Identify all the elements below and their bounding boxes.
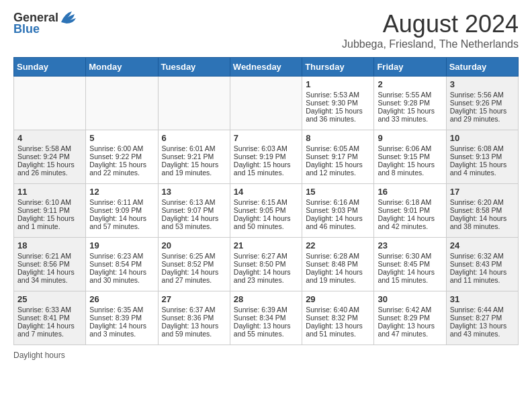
day-number: 17 xyxy=(450,187,515,197)
table-row: 22Sunrise: 6:28 AMSunset: 8:48 PMDayligh… xyxy=(302,238,374,291)
table-row: 23Sunrise: 6:30 AMSunset: 8:45 PMDayligh… xyxy=(374,238,446,291)
sunset-text: Sunset: 9:03 PM xyxy=(306,206,370,214)
table-row: 11Sunrise: 6:10 AMSunset: 9:11 PMDayligh… xyxy=(14,184,86,238)
sunrise-text: Sunrise: 6:00 AM xyxy=(89,144,154,152)
sunset-text: Sunset: 8:50 PM xyxy=(234,260,298,268)
daylight-text: Daylight: 14 hours and 7 minutes. xyxy=(17,322,82,338)
sunrise-text: Sunrise: 5:58 AM xyxy=(17,144,82,152)
calendar-week-5: 25Sunrise: 6:33 AMSunset: 8:41 PMDayligh… xyxy=(14,291,519,345)
table-row: 30Sunrise: 6:42 AMSunset: 8:29 PMDayligh… xyxy=(374,291,446,345)
day-number: 16 xyxy=(378,187,442,197)
day-number: 7 xyxy=(234,133,298,143)
sunrise-text: Sunrise: 5:55 AM xyxy=(378,91,442,99)
day-number: 15 xyxy=(306,187,370,197)
sunrise-text: Sunrise: 6:40 AM xyxy=(306,306,370,314)
table-row: 10Sunrise: 6:08 AMSunset: 9:13 PMDayligh… xyxy=(446,130,518,184)
table-row xyxy=(86,77,158,130)
table-row: 13Sunrise: 6:13 AMSunset: 9:07 PMDayligh… xyxy=(158,184,230,238)
daylight-text: Daylight: 13 hours and 43 minutes. xyxy=(450,322,515,338)
table-row: 17Sunrise: 6:20 AMSunset: 8:58 PMDayligh… xyxy=(446,184,518,238)
day-number: 1 xyxy=(306,79,370,89)
sunset-text: Sunset: 8:52 PM xyxy=(162,260,226,268)
sunset-text: Sunset: 8:39 PM xyxy=(89,314,154,322)
daylight-text: Daylight: 15 hours and 36 minutes. xyxy=(306,107,370,123)
daylight-text: Daylight: 14 hours and 30 minutes. xyxy=(89,268,154,284)
day-number: 4 xyxy=(17,133,82,143)
sunrise-text: Sunrise: 6:35 AM xyxy=(89,306,154,314)
daylight-text: Daylight: 15 hours and 1 minute. xyxy=(17,214,82,230)
table-row xyxy=(14,77,86,130)
daylight-text: Daylight: 14 hours and 46 minutes. xyxy=(306,214,370,230)
col-wednesday: Wednesday xyxy=(230,58,302,77)
sunrise-text: Sunrise: 6:25 AM xyxy=(162,252,226,260)
sunset-text: Sunset: 9:09 PM xyxy=(89,206,154,214)
day-number: 9 xyxy=(378,133,442,143)
sunset-text: Sunset: 9:13 PM xyxy=(450,152,515,161)
table-row xyxy=(158,77,230,130)
sunset-text: Sunset: 9:19 PM xyxy=(234,152,298,161)
table-row: 2Sunrise: 5:55 AMSunset: 9:28 PMDaylight… xyxy=(374,77,446,130)
daylight-text: Daylight: 15 hours and 29 minutes. xyxy=(450,107,515,123)
daylight-text: Daylight: 13 hours and 59 minutes. xyxy=(162,322,226,338)
sunset-text: Sunset: 8:54 PM xyxy=(89,260,154,268)
daylight-text: Daylight: 15 hours and 19 minutes. xyxy=(162,161,226,177)
sunset-text: Sunset: 9:15 PM xyxy=(378,152,442,161)
sunrise-text: Sunrise: 5:56 AM xyxy=(450,91,515,99)
col-monday: Monday xyxy=(86,58,158,77)
sunset-text: Sunset: 9:01 PM xyxy=(378,206,442,214)
sunrise-text: Sunrise: 6:23 AM xyxy=(89,252,154,260)
sunset-text: Sunset: 9:07 PM xyxy=(162,206,226,214)
table-row: 29Sunrise: 6:40 AMSunset: 8:32 PMDayligh… xyxy=(302,291,374,345)
daylight-text: Daylight: 15 hours and 8 minutes. xyxy=(378,161,442,177)
daylight-text: Daylight: 14 hours and 50 minutes. xyxy=(234,214,298,230)
sunrise-text: Sunrise: 6:44 AM xyxy=(450,306,515,314)
day-number: 21 xyxy=(234,240,298,250)
sunrise-text: Sunrise: 6:21 AM xyxy=(17,252,82,260)
sunrise-text: Sunrise: 6:06 AM xyxy=(378,144,442,152)
day-number: 18 xyxy=(17,240,82,250)
sunrise-text: Sunrise: 6:05 AM xyxy=(306,144,370,152)
day-number: 27 xyxy=(162,294,226,304)
sunrise-text: Sunrise: 6:27 AM xyxy=(234,252,298,260)
logo: General Blue xyxy=(13,10,77,36)
day-number: 31 xyxy=(450,294,515,304)
daylight-text: Daylight: 14 hours and 42 minutes. xyxy=(378,214,442,230)
title-section: August 2024 Jubbega, Friesland, The Neth… xyxy=(342,10,519,50)
daylight-text: Daylight: 14 hours and 15 minutes. xyxy=(378,268,442,284)
table-row: 18Sunrise: 6:21 AMSunset: 8:56 PMDayligh… xyxy=(14,238,86,291)
table-row: 19Sunrise: 6:23 AMSunset: 8:54 PMDayligh… xyxy=(86,238,158,291)
main-title: August 2024 xyxy=(342,10,519,38)
table-row: 24Sunrise: 6:32 AMSunset: 8:43 PMDayligh… xyxy=(446,238,518,291)
sunset-text: Sunset: 9:22 PM xyxy=(89,152,154,161)
daylight-text: Daylight: 14 hours and 11 minutes. xyxy=(450,268,515,284)
calendar-week-1: 1Sunrise: 5:53 AMSunset: 9:30 PMDaylight… xyxy=(14,77,519,130)
day-number: 8 xyxy=(306,133,370,143)
sunrise-text: Sunrise: 6:16 AM xyxy=(306,198,370,206)
sunrise-text: Sunrise: 6:10 AM xyxy=(17,198,82,206)
day-number: 6 xyxy=(162,133,226,143)
day-number: 12 xyxy=(89,187,154,197)
table-row: 21Sunrise: 6:27 AMSunset: 8:50 PMDayligh… xyxy=(230,238,302,291)
sunset-text: Sunset: 8:29 PM xyxy=(378,314,442,322)
day-number: 24 xyxy=(450,240,515,250)
daylight-text: Daylight: 14 hours and 34 minutes. xyxy=(17,268,82,284)
sunset-text: Sunset: 8:45 PM xyxy=(378,260,442,268)
day-number: 5 xyxy=(89,133,154,143)
col-thursday: Thursday xyxy=(302,58,374,77)
daylight-text: Daylight: 14 hours and 3 minutes. xyxy=(89,322,154,338)
col-friday: Friday xyxy=(374,58,446,77)
table-row: 15Sunrise: 6:16 AMSunset: 9:03 PMDayligh… xyxy=(302,184,374,238)
sunrise-text: Sunrise: 6:39 AM xyxy=(234,306,298,314)
table-row: 1Sunrise: 5:53 AMSunset: 9:30 PMDaylight… xyxy=(302,77,374,130)
sunset-text: Sunset: 8:27 PM xyxy=(450,314,515,322)
calendar-week-3: 11Sunrise: 6:10 AMSunset: 9:11 PMDayligh… xyxy=(14,184,519,238)
footer: Daylight hours xyxy=(13,351,519,360)
daylight-text: Daylight: 13 hours and 55 minutes. xyxy=(234,322,298,338)
day-number: 22 xyxy=(306,240,370,250)
day-number: 13 xyxy=(162,187,226,197)
subtitle: Jubbega, Friesland, The Netherlands xyxy=(342,38,519,50)
table-row: 3Sunrise: 5:56 AMSunset: 9:26 PMDaylight… xyxy=(446,77,518,130)
col-tuesday: Tuesday xyxy=(158,58,230,77)
table-row: 20Sunrise: 6:25 AMSunset: 8:52 PMDayligh… xyxy=(158,238,230,291)
header: General Blue August 2024 Jubbega, Friesl… xyxy=(13,10,519,50)
